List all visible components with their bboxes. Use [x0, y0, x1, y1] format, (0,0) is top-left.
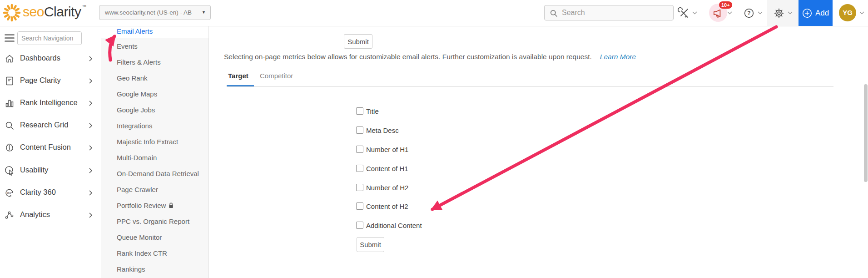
flyout-item-label: Page Crawler: [117, 186, 158, 193]
description-sentence: Selecting on-page metrics below allows f…: [224, 53, 592, 61]
magnifier-icon: [4, 120, 15, 131]
flyout-item-label: Email Alerts: [117, 27, 153, 35]
top-header: seoClarity™ www.seoclarity.net (US-en) -…: [0, 0, 868, 26]
sidebar-item-page-clarity[interactable]: Page Clarity: [0, 70, 101, 92]
user-avatar[interactable]: YG: [839, 4, 856, 21]
flyout-item-label: Portfolio Review: [117, 202, 166, 209]
brain-icon: [4, 142, 15, 153]
add-button[interactable]: Add: [799, 0, 833, 26]
metric-row-content-of-h1: Content of H1: [356, 164, 408, 172]
flyout-item-label: Google Jobs: [117, 106, 155, 114]
checkbox-number-of-h1[interactable]: [356, 146, 363, 153]
flyout-item-filters-alerts[interactable]: Filters & Alerts: [101, 56, 208, 69]
vertical-scrollbar-thumb[interactable]: [864, 84, 868, 182]
chevron-down-icon: [788, 11, 793, 15]
sidebar-item-clarity-360[interactable]: 360° Clarity 360: [0, 182, 101, 204]
add-button-label: Add: [815, 9, 829, 18]
sidebar-item-label: Research Grid: [20, 121, 68, 129]
sidebar-item-content-fusion[interactable]: Content Fusion: [0, 137, 101, 159]
sidebar-item-label: Dashboards: [20, 54, 60, 62]
checkbox-content-of-h2[interactable]: [356, 202, 363, 210]
flyout-item-label: Geo Rank: [117, 74, 148, 82]
tab-competitor[interactable]: Competitor: [260, 72, 293, 80]
flyout-item-queue-monitor[interactable]: Queue Monitor: [101, 231, 208, 244]
flyout-item-google-jobs[interactable]: Google Jobs: [101, 104, 208, 116]
flyout-item-ppc-vs-organic-report[interactable]: PPC vs. Organic Report: [101, 215, 208, 228]
360-degree-icon: 360°: [4, 187, 15, 198]
metric-row-content-of-h2: Content of H2: [356, 202, 408, 210]
flyout-item-rankings[interactable]: Rankings: [101, 263, 208, 276]
global-search: [544, 5, 674, 20]
checkbox-content-of-h1[interactable]: [356, 165, 363, 172]
sidebar-item-rank-intelligence[interactable]: Rank Intelligence: [0, 92, 101, 114]
checkbox-number-of-h2[interactable]: [356, 184, 363, 191]
network-icon: [4, 210, 15, 221]
flyout-item-label: Rank Index CTR: [117, 249, 167, 257]
flyout-item-label: Events: [117, 42, 138, 50]
flyout-item-portfolio-review[interactable]: Portfolio Review: [101, 199, 208, 212]
sidebar-item-label: Usability: [20, 166, 48, 174]
plus-circle-icon: [802, 8, 812, 18]
sidebar-item-label: Page Clarity: [20, 76, 61, 85]
checkbox-meta-desc[interactable]: [356, 126, 363, 134]
global-search-input[interactable]: [545, 5, 673, 20]
flyout-item-label: Majestic Info Extract: [117, 138, 178, 146]
flyout-item-integrations[interactable]: Integrations: [101, 120, 208, 132]
email-alerts-content: Submit Selecting on-page metrics below a…: [208, 26, 868, 278]
flyout-item-label: Filters & Alerts: [117, 58, 161, 66]
flyout-item-label: Integrations: [117, 122, 152, 130]
settings-menu[interactable]: [773, 0, 793, 26]
domain-selector-dropdown[interactable]: www.seoclarity.net (US-en) - AB ▼: [99, 5, 211, 20]
checkbox-additional-content[interactable]: [356, 222, 363, 229]
flyout-item-label: PPC vs. Organic Report: [117, 217, 189, 225]
submit-button-top[interactable]: Submit: [344, 34, 372, 49]
flyout-item-events[interactable]: Events: [101, 40, 208, 53]
seoclarity-app: seoClarity™ www.seoclarity.net (US-en) -…: [0, 0, 868, 278]
sidebar-item-label: Content Fusion: [20, 143, 71, 152]
tools-icon: [678, 7, 689, 19]
metric-row-number-of-h1: Number of H1: [356, 145, 408, 153]
hamburger-menu-icon[interactable]: [5, 34, 15, 44]
primary-sidebar: Dashboards Page Clarity Rank Intelligenc…: [0, 26, 101, 278]
help-menu[interactable]: ?: [743, 0, 763, 26]
logo-seo-text: seo: [23, 4, 44, 19]
flyout-item-majestic-info-extract[interactable]: Majestic Info Extract: [101, 136, 208, 148]
sidebar-item-usability[interactable]: Usability: [0, 160, 101, 182]
checkbox-label: Content of H2: [366, 202, 408, 210]
sidebar-search-input[interactable]: [17, 31, 82, 45]
flyout-item-email-alerts[interactable]: Email Alerts: [101, 26, 208, 38]
user-menu[interactable]: [859, 0, 864, 26]
sidebar-item-analytics[interactable]: Analytics: [0, 204, 101, 226]
flyout-item-label: Rankings: [117, 265, 145, 273]
checkbox-label: Meta Desc: [366, 126, 399, 134]
flyout-item-geo-rank[interactable]: Geo Rank: [101, 72, 208, 85]
submit-button-bottom[interactable]: Submit: [357, 237, 384, 252]
domain-selector-value: www.seoclarity.net (US-en) - AB: [105, 5, 192, 20]
svg-text:?: ?: [747, 10, 750, 16]
megaphone-icon: [712, 7, 724, 19]
checkbox-label: Additional Content: [366, 222, 422, 229]
chevron-right-icon: [89, 123, 93, 128]
checkbox-title[interactable]: [356, 107, 363, 115]
notification-count-badge: 10+: [719, 1, 732, 9]
flyout-item-multi-domain[interactable]: Multi-Domain: [101, 152, 208, 164]
checkbox-label: Number of H1: [366, 146, 408, 153]
flyout-item-google-maps[interactable]: Google Maps: [101, 88, 208, 101]
flyout-item-label: Google Maps: [117, 90, 157, 98]
tools-menu[interactable]: [678, 0, 697, 26]
seoclarity-flower-icon: [2, 3, 21, 22]
checkbox-label: Title: [366, 107, 379, 115]
metric-row-meta-desc: Meta Desc: [356, 126, 399, 134]
seoclarity-logo[interactable]: seoClarity™: [23, 4, 86, 20]
lock-icon: [169, 200, 174, 212]
flyout-item-page-crawler[interactable]: Page Crawler: [101, 183, 208, 196]
flyout-item-label: Multi-Domain: [117, 154, 157, 162]
flyout-item-rank-index-ctr[interactable]: Rank Index CTR: [101, 247, 208, 260]
sidebar-item-label: Clarity 360: [20, 188, 56, 197]
chevron-down-icon: [758, 11, 763, 15]
sidebar-item-dashboards[interactable]: Dashboards: [0, 48, 101, 70]
flyout-item-on-demand-data-retrieval[interactable]: On-Demand Data Retrieval: [101, 167, 208, 180]
learn-more-link[interactable]: Learn More: [600, 53, 636, 61]
tab-target[interactable]: Target: [228, 72, 248, 80]
sidebar-item-research-grid[interactable]: Research Grid: [0, 115, 101, 136]
